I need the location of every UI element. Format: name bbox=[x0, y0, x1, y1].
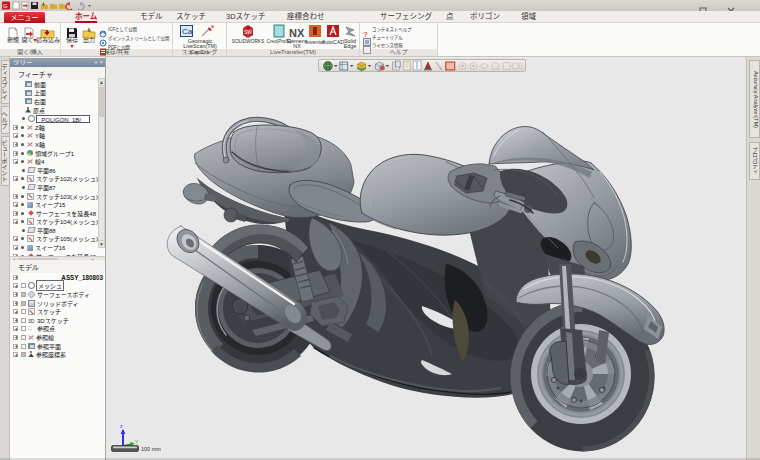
svg-text:SW: SW bbox=[244, 29, 252, 35]
svg-text:NX: NX bbox=[289, 27, 305, 39]
svg-text:Ca: Ca bbox=[182, 27, 193, 36]
svg-text:G: G bbox=[3, 3, 8, 9]
svg-text:z: z bbox=[120, 423, 123, 429]
svg-text:100 mm: 100 mm bbox=[141, 446, 161, 452]
